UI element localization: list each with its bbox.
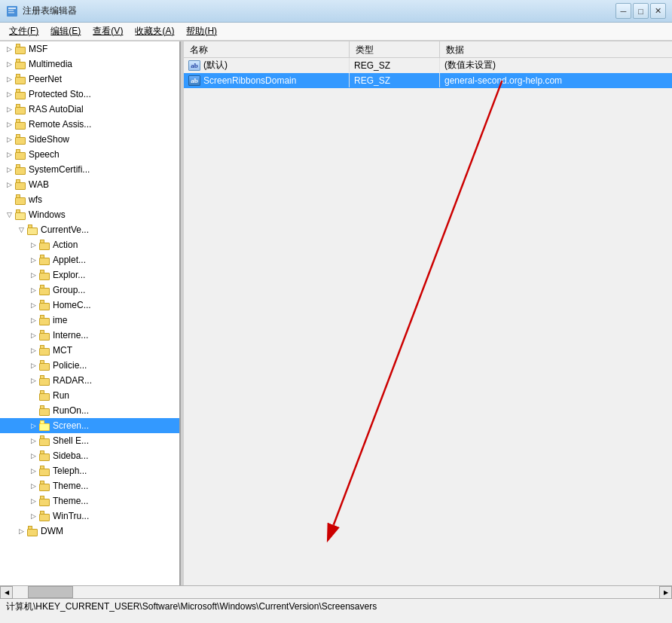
expander-protected[interactable]: ▷ (3, 88, 15, 100)
expander-remoteassist[interactable]: ▷ (3, 118, 15, 130)
tree-item-wintru[interactable]: ▷ WinTru... (0, 508, 179, 524)
expander-theme2[interactable]: ▷ (27, 495, 39, 507)
expander-homec[interactable]: ▷ (27, 299, 39, 311)
expander-explor[interactable]: ▷ (27, 269, 39, 281)
expander-theme1[interactable]: ▷ (27, 480, 39, 492)
expander-windows[interactable]: ▽ (3, 209, 15, 221)
tree-item-homec[interactable]: ▷ HomeC... (0, 298, 179, 313)
tree-item-explor[interactable]: ▷ Explor... (0, 267, 179, 282)
tree-item-applet[interactable]: ▷ Applet... (0, 252, 179, 267)
tree-item-sideshow[interactable]: ▷ SideShow (0, 132, 179, 147)
expander-sideshow[interactable]: ▷ (3, 133, 15, 145)
tree-item-remoteassist[interactable]: ▷ Remote Assis... (0, 117, 179, 132)
maximize-button[interactable]: □ (633, 3, 649, 19)
tree-item-shelle[interactable]: ▷ Shell E... (0, 433, 179, 448)
tree-item-group[interactable]: ▷ Group... (0, 282, 179, 298)
tree-item-wfs[interactable]: ▷ wfs (0, 192, 179, 207)
expander-msf[interactable]: ▷ (3, 43, 15, 55)
tree-item-speech[interactable]: ▷ Speech (0, 147, 179, 162)
tree-label-wintru: WinTru... (53, 511, 89, 521)
right-panel-wrapper: 名称 类型 数据 ab (默认) REG_SZ (数值未设置) ab Scree… (184, 41, 672, 585)
table-row-default[interactable]: ab (默认) REG_SZ (数值未设置) (184, 58, 672, 73)
tree-item-peernet[interactable]: ▷ PeerNet (0, 72, 179, 87)
expander-dwm[interactable]: ▷ (15, 525, 27, 537)
tree-label-wfs: wfs (29, 194, 42, 205)
tree-item-wab[interactable]: ▷ WAB (0, 177, 179, 192)
tree-item-teleph[interactable]: ▷ Teleph... (0, 463, 179, 478)
folder-icon-runon (39, 405, 51, 416)
tree-label-runon: RunOn... (53, 405, 89, 416)
folder-icon-rasautodial (15, 104, 27, 115)
menu-file[interactable]: 文件(F) (3, 23, 44, 40)
h-scroll-track[interactable] (13, 586, 659, 598)
tree-item-msf[interactable]: ▷ MSF (0, 41, 179, 56)
tree-item-sideba[interactable]: ▷ Sideba... (0, 448, 179, 463)
expander-action[interactable]: ▷ (27, 239, 39, 251)
folder-icon-windows (15, 209, 27, 220)
tree-label-msf: MSF (29, 44, 47, 54)
tree-panel[interactable]: ▷ MSF ▷ Multimedia ▷ PeerNet ▷ Protected… (0, 41, 181, 585)
expander-radar[interactable]: ▷ (27, 374, 39, 386)
expander-rasautodial[interactable]: ▷ (3, 103, 15, 115)
expander-sideba[interactable]: ▷ (27, 450, 39, 462)
expander-currentve[interactable]: ▽ (15, 224, 27, 236)
expander-mct[interactable]: ▷ (27, 344, 39, 356)
expander-systemcertifi[interactable]: ▷ (3, 163, 15, 176)
folder-icon-mct (39, 345, 51, 356)
tree-item-policie[interactable]: ▷ Policie... (0, 358, 179, 373)
tree-item-multimedia[interactable]: ▷ Multimedia (0, 56, 179, 72)
expander-ime[interactable]: ▷ (27, 314, 39, 326)
minimize-button[interactable]: ─ (615, 3, 631, 19)
menu-view[interactable]: 查看(V) (87, 23, 129, 40)
tree-item-rasautodial[interactable]: ▷ RAS AutoDial (0, 102, 179, 117)
expander-multimedia[interactable]: ▷ (3, 58, 15, 70)
expander-peernet[interactable]: ▷ (3, 73, 15, 85)
tree-item-run[interactable]: ▷ Run (0, 388, 179, 403)
expander-group[interactable]: ▷ (27, 284, 39, 296)
h-scrollbar[interactable]: ◀ ▶ (0, 585, 672, 598)
folder-icon-msf (15, 44, 27, 54)
tree-label-remoteassist: Remote Assis... (29, 119, 91, 130)
menu-view-label: 查看(V) (93, 25, 123, 38)
menu-edit[interactable]: 编辑(E) (44, 23, 87, 40)
tree-item-radar[interactable]: ▷ RADAR... (0, 373, 179, 388)
tree-item-theme1[interactable]: ▷ Theme... (0, 478, 179, 493)
expander-shelle[interactable]: ▷ (27, 435, 39, 447)
folder-icon-remoteassist (15, 119, 27, 130)
expander-wintru[interactable]: ▷ (27, 510, 39, 522)
tree-item-windows[interactable]: ▽ Windows (0, 207, 179, 222)
table-row-screenribbons[interactable]: ab ScreenRibbonsDomain REG_SZ general-se… (184, 73, 672, 88)
close-button[interactable]: ✕ (650, 3, 666, 19)
menu-favorites[interactable]: 收藏夹(A) (129, 23, 180, 40)
scroll-left-btn[interactable]: ◀ (0, 586, 13, 599)
tree-item-interne[interactable]: ▷ Interne... (0, 328, 179, 343)
h-scroll-thumb[interactable] (28, 586, 73, 598)
expander-screen[interactable]: ▷ (27, 420, 39, 432)
tree-item-ime[interactable]: ▷ ime (0, 313, 179, 328)
tree-item-action[interactable]: ▷ Action (0, 237, 179, 252)
menu-help[interactable]: 帮助(H) (180, 23, 223, 40)
folder-icon-theme2 (39, 496, 51, 506)
cell-name-label-default: (默认) (203, 59, 228, 72)
tree-item-protected[interactable]: ▷ Protected Sto... (0, 87, 179, 102)
expander-policie[interactable]: ▷ (27, 359, 39, 371)
tree-item-runon[interactable]: ▷ RunOn... (0, 403, 179, 418)
tree-item-screen[interactable]: ▷ Screen... (0, 418, 179, 433)
tree-label-sideba: Sideba... (53, 450, 88, 461)
expander-teleph[interactable]: ▷ (27, 465, 39, 477)
tree-item-dwm[interactable]: ▷ DWM (0, 524, 179, 539)
tree-item-currentve[interactable]: ▽ CurrentVe... (0, 222, 179, 237)
folder-icon-protected (15, 89, 27, 99)
tree-label-sideshow: SideShow (29, 134, 69, 145)
title-bar: 注册表编辑器 ─ □ ✕ (0, 0, 672, 23)
expander-interne[interactable]: ▷ (27, 329, 39, 341)
tree-label-rasautodial: RAS AutoDial (29, 104, 84, 115)
expander-applet[interactable]: ▷ (27, 254, 39, 266)
tree-item-mct[interactable]: ▷ MCT (0, 343, 179, 358)
cell-type-screenribbons: REG_SZ (350, 73, 440, 87)
scroll-right-btn[interactable]: ▶ (659, 586, 672, 599)
expander-speech[interactable]: ▷ (3, 148, 15, 160)
expander-wab[interactable]: ▷ (3, 179, 15, 191)
tree-item-theme2[interactable]: ▷ Theme... (0, 493, 179, 508)
tree-item-systemcertifi[interactable]: ▷ SystemCertifi... (0, 162, 179, 177)
